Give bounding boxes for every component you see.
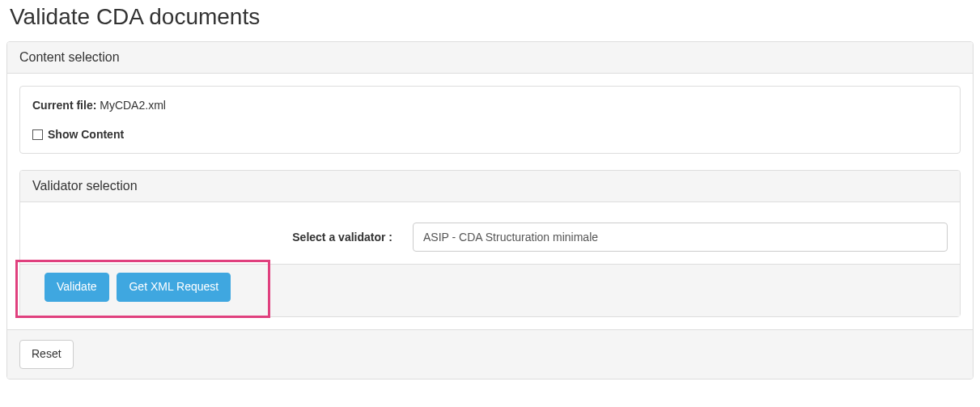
validator-select[interactable]: ASIP - CDA Structuration minimale [413,223,948,252]
action-row: Validate Get XML Request [20,264,960,316]
content-selection-heading: Content selection [7,42,973,74]
show-content-label: Show Content [48,128,124,141]
current-file-line: Current file: MyCDA2.xml [32,99,948,112]
show-content-checkbox[interactable] [32,129,43,140]
show-content-row: Show Content [32,128,948,141]
panel-footer: Reset [7,329,973,379]
page-title: Validate CDA documents [10,4,974,30]
validator-selection-body: Select a validator : ASIP - CDA Structur… [20,202,960,264]
validate-button[interactable]: Validate [45,273,109,302]
current-file-panel: Current file: MyCDA2.xml Show Content [19,86,961,154]
content-selection-panel: Content selection Current file: MyCDA2.x… [6,41,974,379]
validator-selection-panel: Validator selection Select a validator :… [19,170,961,317]
get-xml-request-button[interactable]: Get XML Request [117,273,231,302]
current-file-label: Current file: [32,99,96,112]
validator-selected-value: ASIP - CDA Structuration minimale [423,231,598,244]
current-file-value: MyCDA2.xml [100,99,166,112]
content-selection-body: Current file: MyCDA2.xml Show Content Va… [7,74,973,329]
select-validator-label: Select a validator : [32,231,413,244]
reset-button[interactable]: Reset [19,340,74,369]
validator-selection-heading: Validator selection [20,171,960,202]
